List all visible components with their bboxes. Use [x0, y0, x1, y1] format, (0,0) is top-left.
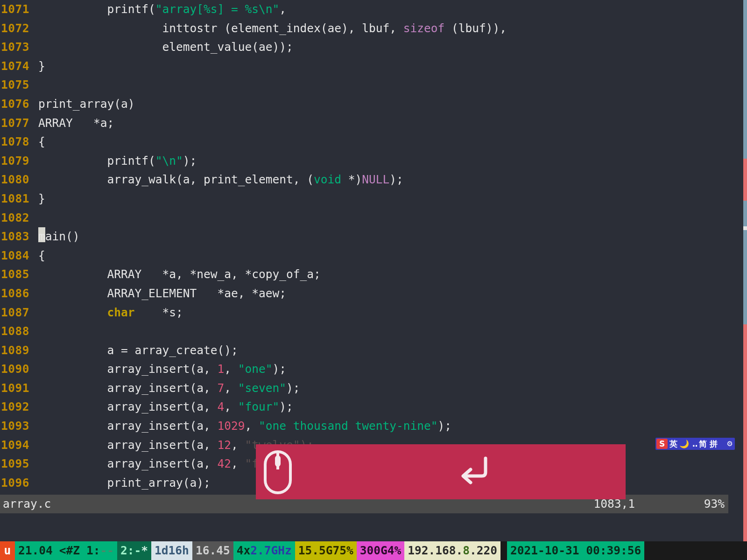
code-token: 1029: [218, 419, 245, 433]
line-number: 1075: [0, 76, 38, 95]
line-number: 1087: [0, 303, 38, 322]
tmux-ip-seg: 192.168.: [408, 544, 463, 557]
code-line[interactable]: array_insert(a, 1029, "one thousand twen…: [38, 417, 728, 436]
code-token: {: [38, 135, 45, 148]
code-line[interactable]: [38, 76, 728, 95]
line-number: 1082: [0, 209, 38, 228]
code-token: a = array_create();: [38, 343, 238, 357]
code-line[interactable]: ARRAY_ELEMENT *ae, *aew;: [38, 284, 728, 303]
code-token: {: [38, 249, 45, 262]
code-line[interactable]: array_insert(a, 4, "four");: [38, 398, 728, 417]
line-number: 1080: [0, 170, 38, 189]
tmux-uptime: 1d16h: [151, 541, 192, 560]
code-token: 1: [218, 362, 225, 376]
code-token: "four": [238, 400, 280, 413]
code-token: (lbuf)),: [444, 21, 507, 35]
line-number: 1073: [0, 38, 38, 57]
code-token: ,: [231, 457, 245, 470]
code-line[interactable]: }: [38, 189, 728, 209]
code-token: [38, 306, 107, 319]
tmux-cpu-x: x: [243, 544, 250, 557]
code-line[interactable]: printf("\n");: [38, 152, 728, 171]
code-line[interactable]: printf("array[%s] = %s\n",: [38, 0, 728, 19]
code-token: ,: [279, 2, 286, 16]
code-token: "one": [238, 362, 273, 376]
code-token: ,: [224, 362, 238, 376]
code-line[interactable]: print_array(a): [38, 95, 728, 114]
code-token: 12: [218, 438, 232, 452]
code-line[interactable]: ARRAY *a, *new_a, *copy_of_a;: [38, 265, 728, 284]
ime-dots-icon: ‥: [692, 438, 698, 450]
tmux-window-2-active[interactable]: 2:-*: [117, 541, 151, 560]
tmux-cpu: 4x2.7GHz: [233, 541, 295, 560]
line-number: 1091: [0, 379, 38, 398]
line-number: 1081: [0, 189, 38, 209]
svg-rect-2: [275, 455, 281, 467]
line-number: 1071: [0, 0, 38, 19]
code-token: array_insert(a,: [38, 457, 218, 470]
line-number: 1079: [0, 152, 38, 171]
code-token: "one thousand twenty-nine": [259, 419, 438, 433]
code-token: ,: [224, 381, 238, 395]
line-number: 1093: [0, 417, 38, 436]
code-token: ,: [224, 400, 238, 413]
code-token: array_insert(a,: [38, 419, 218, 433]
gear-icon[interactable]: ⚙: [727, 438, 733, 450]
code-area[interactable]: printf("array[%s] = %s\n", inttostr (ele…: [38, 0, 728, 495]
tmux-prefix-indicator: u: [0, 541, 15, 560]
code-line[interactable]: }: [38, 57, 728, 76]
tmux-window-index: 1:: [86, 544, 100, 557]
code-line[interactable]: a = array_create();: [38, 341, 728, 360]
code-token: );: [273, 362, 287, 376]
code-token: print_array(a): [38, 97, 135, 111]
code-token: char: [107, 306, 135, 319]
code-token: ARRAY_ELEMENT *ae, *aew;: [38, 287, 286, 300]
code-token: 7: [218, 381, 225, 395]
code-token: );: [279, 400, 293, 413]
tmux-cpu-cores: 4: [237, 544, 244, 557]
code-line[interactable]: array_walk(a, print_element, (void *)NUL…: [38, 170, 728, 189]
stripe-region: [743, 201, 747, 324]
code-line[interactable]: array_insert(a, 1, "one");: [38, 360, 728, 379]
code-line[interactable]: inttostr (element_index(ae), lbuf, sizeo…: [38, 19, 728, 38]
code-line[interactable]: [38, 209, 728, 228]
stripe-cursor-marker: [743, 226, 747, 230]
ime-sogou-icon: S: [656, 439, 668, 449]
code-token: }: [38, 59, 45, 73]
code-token: void: [314, 173, 341, 186]
tmux-clock: 2021-10-31 00:39:56: [507, 541, 644, 560]
code-line[interactable]: element_value(ae));: [38, 38, 728, 57]
code-line[interactable]: main(): [38, 227, 728, 246]
stripe-region: [743, 159, 747, 201]
code-token: *s;: [135, 306, 183, 319]
vim-filename: array.c: [3, 495, 51, 513]
code-token: );: [286, 381, 300, 395]
code-line[interactable]: {: [38, 246, 728, 266]
ime-indicator[interactable]: S 英 🌙 ‥ 简 拼 ⚙: [655, 438, 735, 450]
code-line[interactable]: {: [38, 133, 728, 152]
line-number: 1088: [0, 322, 38, 341]
code-line[interactable]: array_insert(a, 7, "seven");: [38, 379, 728, 398]
mouse-left-click-icon: [261, 449, 294, 496]
code-line[interactable]: ARRAY *a;: [38, 114, 728, 133]
editor-pane[interactable]: 1071107210731074107510761077107810791080…: [0, 0, 728, 495]
code-line[interactable]: [38, 322, 728, 341]
code-token: array_insert(a,: [38, 400, 218, 413]
line-number: 1094: [0, 436, 38, 455]
code-token: printf(: [38, 154, 155, 168]
line-number: 1089: [0, 341, 38, 360]
code-token: element_value(ae));: [38, 40, 293, 54]
scrollbar-stripe[interactable]: [743, 0, 747, 507]
stripe-region: [743, 324, 747, 560]
line-number-gutter: 1071107210731074107510761077107810791080…: [0, 0, 38, 495]
code-token: );: [183, 154, 197, 168]
line-number: 1084: [0, 246, 38, 266]
line-number: 1072: [0, 19, 38, 38]
code-token: *): [341, 173, 362, 186]
code-token: );: [389, 173, 403, 186]
ime-language: 英: [669, 438, 677, 450]
code-line[interactable]: char *s;: [38, 303, 728, 322]
tmux-window-1[interactable]: 1:--: [83, 541, 117, 560]
line-number: 1086: [0, 284, 38, 303]
tmux-active-marker: *: [141, 544, 148, 557]
